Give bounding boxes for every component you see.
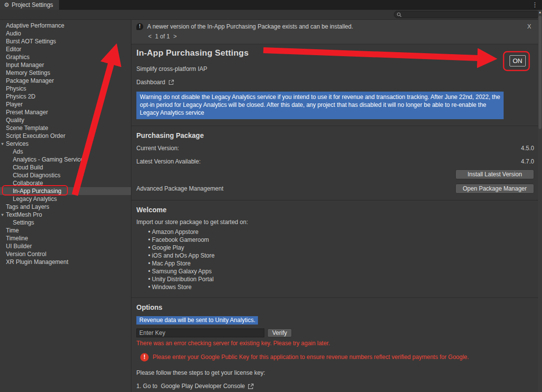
foldout-icon[interactable]: ▼	[0, 140, 4, 148]
sidebar-item-preset-manager[interactable]: Preset Manager	[0, 108, 131, 116]
gear-icon: ⚙	[4, 1, 9, 8]
sidebar-item-label: Time	[6, 227, 19, 234]
sidebar-item-label: Player	[6, 101, 23, 108]
page-title: In-App Purchasing Settings	[136, 48, 534, 58]
dashboard-link-label: Dashboard	[136, 79, 165, 86]
sidebar-item-label: Physics 2D	[6, 93, 35, 100]
settings-toolbar	[0, 10, 542, 20]
analytics-note: Revenue data will be sent to Unity Analy…	[136, 316, 258, 325]
sidebar-item-scene-template[interactable]: Scene Template	[0, 124, 131, 132]
settings-category-sidebar: Adaptive Performance Audio Burst AOT Set…	[0, 20, 131, 392]
sidebar-item-label: Settings	[13, 219, 34, 226]
sidebar-item-label: Cloud Build	[13, 164, 43, 171]
sidebar-item-quality[interactable]: Quality	[0, 116, 131, 124]
dashboard-link[interactable]: Dashboard	[136, 79, 174, 86]
welcome-intro: Import our store package to get started …	[136, 219, 534, 226]
store-list-item: Google Play	[148, 244, 534, 252]
store-list-item: Samsung Galaxy Apps	[148, 267, 534, 275]
store-list-item: Mac App Store	[148, 260, 534, 267]
current-version-value: 4.5.0	[521, 145, 534, 152]
sidebar-item-ads[interactable]: Ads	[0, 148, 131, 156]
open-package-manager-button[interactable]: Open Package Manager	[455, 184, 534, 194]
sidebar-item-cloud-build[interactable]: Cloud Build	[0, 163, 131, 171]
window-titlebar: ⚙ Project Settings ⋮	[0, 0, 542, 10]
sidebar-item-label: Input Manager	[6, 62, 44, 68]
advanced-package-management-label: Advanced Package Management	[136, 185, 223, 192]
banner-close-icon[interactable]: X	[524, 23, 537, 30]
sidebar-item-package-manager[interactable]: Package Manager	[0, 77, 131, 85]
sidebar-item-script-execution-order[interactable]: Script Execution Order	[0, 132, 131, 140]
sidebar-item-label: XR Plugin Management	[6, 259, 68, 265]
current-version-label: Current Version:	[136, 145, 179, 152]
sidebar-item-label: Version Control	[6, 251, 46, 258]
banner-prev-button[interactable]: <	[148, 33, 152, 40]
update-notification-banner: ! A newer version of the In-App Purchasi…	[131, 20, 542, 44]
banner-next-button[interactable]: >	[173, 33, 177, 40]
sidebar-item-label: Legacy Analytics	[13, 196, 57, 202]
sidebar-item-physics-2d[interactable]: Physics 2D	[0, 93, 131, 100]
sidebar-item-input-manager[interactable]: Input Manager	[0, 61, 131, 69]
sidebar-item-adaptive-performance[interactable]: Adaptive Performance	[0, 22, 131, 30]
sidebar-item-label: UI Builder	[6, 243, 32, 250]
google-play-console-link-label: Google Play Developer Console	[161, 383, 245, 390]
error-icon: !	[140, 353, 149, 361]
sidebar-item-label: Package Manager	[6, 77, 54, 84]
search-box[interactable]	[394, 11, 540, 18]
sidebar-item-textmesh-pro[interactable]: ▼TextMesh Pro	[0, 211, 131, 219]
step1-prefix: 1. Go to	[136, 383, 158, 390]
sidebar-item-time[interactable]: Time	[0, 227, 131, 234]
sidebar-item-graphics[interactable]: Graphics	[0, 53, 131, 61]
sidebar-item-tags-and-layers[interactable]: Tags and Layers	[0, 203, 131, 211]
sidebar-item-physics[interactable]: Physics	[0, 85, 131, 93]
sidebar-item-memory-settings[interactable]: Memory Settings	[0, 69, 131, 77]
sidebar-item-tmp-settings[interactable]: Settings	[0, 219, 131, 227]
license-key-input[interactable]	[136, 328, 264, 337]
search-input[interactable]	[404, 12, 537, 18]
sidebar-item-version-control[interactable]: Version Control	[0, 250, 131, 258]
sidebar-item-editor[interactable]: Editor	[0, 45, 131, 53]
sidebar-item-analytics-gaming-services[interactable]: Analytics - Gaming Services	[0, 156, 131, 163]
google-play-console-link[interactable]: Google Play Developer Console	[161, 383, 255, 390]
vertical-scrollbar[interactable]: ▲	[538, 10, 542, 392]
sidebar-item-label: Cloud Diagnostics	[13, 172, 61, 179]
tab-project-settings[interactable]: ⚙ Project Settings	[0, 0, 59, 10]
store-list-item: iOS and tvOs App Store	[148, 252, 534, 260]
tab-title: Project Settings	[12, 1, 53, 8]
latest-version-label: Latest Version Available:	[136, 158, 201, 165]
sidebar-item-label: Timeline	[6, 235, 28, 242]
sidebar-item-label: Preset Manager	[6, 109, 48, 116]
sidebar-item-label: Scene Template	[6, 125, 48, 131]
scrollbar-thumb[interactable]	[539, 16, 542, 129]
sidebar-item-label: Audio	[6, 30, 21, 37]
sidebar-item-xr-plugin-management[interactable]: XR Plugin Management	[0, 258, 131, 266]
iap-on-toggle[interactable]: ON	[510, 55, 526, 66]
section-divider	[131, 126, 542, 126]
store-list-item: Windows Store	[148, 283, 534, 291]
sidebar-item-timeline[interactable]: Timeline	[0, 234, 131, 242]
install-latest-version-button[interactable]: Install Latest Version	[455, 169, 534, 179]
sidebar-item-burst-aot-settings[interactable]: Burst AOT Settings	[0, 37, 131, 45]
sidebar-item-label: Script Execution Order	[6, 132, 65, 139]
foldout-icon[interactable]: ▼	[0, 211, 4, 219]
scroll-up-icon[interactable]: ▲	[538, 10, 542, 15]
sidebar-item-ui-builder[interactable]: UI Builder	[0, 242, 131, 250]
sidebar-item-audio[interactable]: Audio	[0, 30, 131, 37]
latest-version-value: 4.7.0	[521, 158, 534, 165]
sidebar-item-services[interactable]: ▼Services	[0, 140, 131, 148]
sidebar-item-in-app-purchasing[interactable]: In-App Purchasing	[0, 187, 131, 195]
sidebar-item-label: Burst AOT Settings	[6, 38, 56, 45]
sidebar-item-player[interactable]: Player	[0, 100, 131, 108]
sidebar-item-legacy-analytics[interactable]: Legacy Analytics	[0, 195, 131, 203]
sidebar-item-label: Adaptive Performance	[6, 22, 64, 29]
sidebar-item-cloud-diagnostics[interactable]: Cloud Diagnostics	[0, 171, 131, 179]
store-list-item: Amazon Appstore	[148, 228, 534, 236]
section-divider	[131, 200, 542, 200]
external-link-icon	[248, 383, 254, 390]
sidebar-item-collaborate[interactable]: Collaborate	[0, 179, 131, 187]
sidebar-item-label: Services	[6, 140, 29, 147]
window-menu-kebab-icon[interactable]: ⋮	[528, 0, 542, 10]
verify-button[interactable]: Verify	[267, 328, 292, 337]
sidebar-item-label: Editor	[6, 46, 21, 53]
purchasing-package-heading: Purchasing Package	[136, 131, 534, 139]
sidebar-item-label: Collaborate	[13, 180, 43, 187]
